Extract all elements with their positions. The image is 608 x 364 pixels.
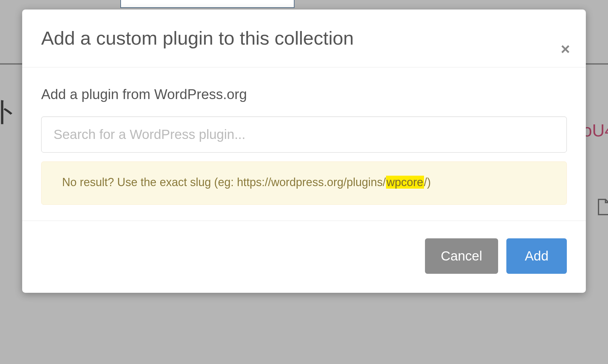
hint-message: No result? Use the exact slug (eg: https… bbox=[41, 161, 567, 205]
cancel-button[interactable]: Cancel bbox=[425, 238, 498, 274]
plugin-search-input[interactable] bbox=[41, 116, 567, 153]
hint-highlight: wpcore bbox=[386, 176, 424, 189]
close-icon[interactable]: × bbox=[561, 41, 570, 57]
modal-subtitle: Add a plugin from WordPress.org bbox=[41, 86, 567, 102]
document-icon bbox=[596, 198, 608, 220]
modal-body: Add a plugin from WordPress.org No resul… bbox=[22, 67, 586, 221]
hint-suffix: /) bbox=[424, 176, 431, 189]
hint-prefix: No result? Use the exact slug (eg: https… bbox=[62, 176, 386, 189]
modal-footer: Cancel Add bbox=[22, 221, 586, 293]
modal-title: Add a custom plugin to this collection bbox=[41, 27, 567, 50]
modal-header: Add a custom plugin to this collection × bbox=[22, 9, 586, 67]
bg-input-outline bbox=[120, 0, 294, 8]
bg-text-right: oU4 bbox=[582, 120, 608, 141]
add-plugin-modal: Add a custom plugin to this collection ×… bbox=[22, 9, 586, 293]
bg-text-left: ト bbox=[0, 92, 20, 130]
add-button[interactable]: Add bbox=[506, 238, 567, 274]
